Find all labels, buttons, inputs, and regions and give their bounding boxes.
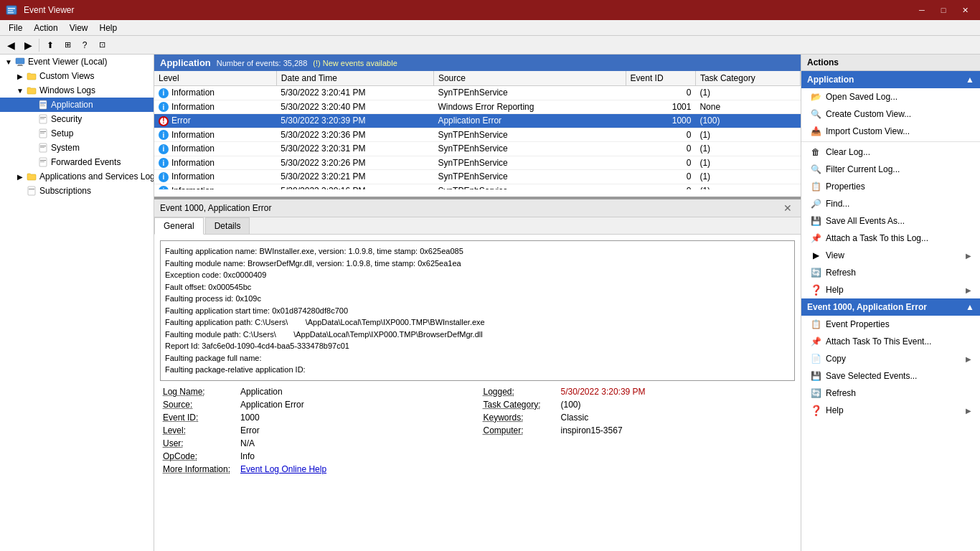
toolbar-up[interactable]: ⬆ [42, 37, 58, 53]
event-table: Level Date and Time Source Event ID Task… [154, 71, 801, 189]
table-row[interactable]: iInformation5/30/2022 3:20:26 PMSynTPEnh… [154, 156, 801, 170]
meta-level-value: Error [240, 425, 260, 435]
app-icon [6, 4, 17, 16]
tree-system[interactable]: System [0, 141, 154, 155]
log-icon-application [37, 99, 49, 110]
tree-windows-logs[interactable]: ▼ Windows Logs [0, 83, 154, 98]
cell-source: SynTPEnhService [433, 128, 626, 142]
col-source[interactable]: Source [433, 71, 626, 86]
toolbar-forward[interactable]: ▶ [20, 37, 36, 53]
action-attach-task[interactable]: 📌 Attach a Task To this Log... [801, 230, 980, 247]
cell-level: iInformation [154, 86, 276, 100]
actions-section-application-label: Application [807, 75, 854, 85]
table-row[interactable]: iInformation5/30/2022 3:20:36 PMSynTPEnh… [154, 128, 801, 142]
col-datetime[interactable]: Date and Time [276, 71, 433, 86]
tree-setup[interactable]: Setup [0, 126, 154, 141]
table-row[interactable]: iInformation5/30/2022 3:20:41 PMSynTPEnh… [154, 86, 801, 100]
col-eventid[interactable]: Event ID [626, 71, 695, 86]
action-find-label: 🔎 Find... [810, 198, 849, 209]
cell-datetime: 5/30/2022 3:20:31 PM [276, 142, 433, 156]
cell-level: iInformation [154, 170, 276, 184]
table-row[interactable]: iInformation5/30/2022 3:20:21 PMSynTPEnh… [154, 170, 801, 184]
action-find[interactable]: 🔎 Find... [801, 195, 980, 212]
tab-general[interactable]: General [154, 217, 204, 235]
meta-user-value: N/A [240, 438, 255, 448]
filter-log-icon: 🔍 [810, 164, 821, 175]
action-help-2[interactable]: ❓ Help ▶ [801, 402, 980, 419]
tree-apps-services[interactable]: ▶ Applications and Services Logs [0, 169, 154, 184]
toolbar-extra[interactable]: ⊡ [94, 37, 110, 53]
cell-taskcategory: (1) [695, 142, 800, 156]
action-event-properties[interactable]: 📋 Event Properties [801, 316, 980, 333]
action-open-saved-log[interactable]: 📂 Open Saved Log... [801, 88, 980, 105]
action-save-all-events[interactable]: 💾 Save All Events As... [801, 212, 980, 230]
table-row[interactable]: iInformation5/30/2022 3:20:16 PMSynTPEnh… [154, 184, 801, 189]
cell-eventid: 0 [626, 86, 695, 100]
tree-root[interactable]: ▼ Event Viewer (Local) [0, 55, 154, 69]
tree-application-label: Application [51, 100, 93, 110]
tree-forwarded-events[interactable]: Forwarded Events [0, 155, 154, 169]
cell-level: iInformation [154, 100, 276, 114]
meta-moreinfo-link[interactable]: Event Log Online Help [240, 464, 326, 474]
tab-details[interactable]: Details [205, 217, 250, 234]
action-properties[interactable]: 📋 Properties [801, 178, 980, 195]
action-clear-log[interactable]: 🗑 Clear Log... [801, 143, 980, 161]
toolbar-help[interactable]: ? [77, 37, 93, 53]
action-create-custom-view[interactable]: 🔍 Create Custom View... [801, 105, 980, 123]
col-level[interactable]: Level [154, 71, 276, 86]
action-refresh-1[interactable]: 🔄 Refresh [801, 264, 980, 281]
table-row[interactable]: !Error5/30/2022 3:20:39 PMApplication Er… [154, 114, 801, 128]
tree-apps-services-toggle[interactable]: ▶ [14, 173, 26, 181]
close-button[interactable]: ✕ [956, 3, 974, 17]
cell-datetime: 5/30/2022 3:20:21 PM [276, 170, 433, 184]
tree-security[interactable]: Security [0, 112, 154, 126]
actions-section-application-collapse[interactable]: ▲ [966, 75, 974, 85]
help-2-arrow: ▶ [966, 407, 971, 415]
meta-keywords-value: Classic [561, 413, 589, 423]
action-filter-log[interactable]: 🔍 Filter Current Log... [801, 161, 980, 178]
action-copy[interactable]: 📄 Copy ▶ [801, 350, 980, 367]
menu-view[interactable]: View [64, 22, 94, 34]
computer-icon [14, 56, 26, 67]
tree-windows-logs-toggle[interactable]: ▼ [14, 87, 26, 95]
action-refresh-2-text: Refresh [826, 388, 856, 398]
meta-computer-label: Computer: [484, 425, 555, 435]
toolbar-back[interactable]: ◀ [3, 37, 19, 53]
maximize-button[interactable]: □ [934, 3, 953, 17]
actions-section-event-collapse[interactable]: ▲ [966, 302, 974, 312]
action-sep-1 [801, 141, 980, 142]
menu-action[interactable]: Action [28, 22, 63, 34]
toolbar-show-hide[interactable]: ⊞ [60, 37, 75, 53]
menu-help[interactable]: Help [94, 22, 123, 34]
action-view-text: View [826, 250, 844, 260]
meta-computer-row: Computer: inspiron15-3567 [484, 425, 793, 435]
tree-custom-views[interactable]: ▶ Custom Views [0, 69, 154, 83]
meta-source-row: Source: Application Error [163, 400, 472, 410]
tree-subscriptions[interactable]: Subscriptions [0, 184, 154, 198]
action-view[interactable]: ▶ View ▶ [801, 247, 980, 264]
action-refresh-2-label: 🔄 Refresh [810, 387, 856, 399]
table-row[interactable]: iInformation5/30/2022 3:20:40 PMWindows … [154, 100, 801, 114]
action-refresh-1-label: 🔄 Refresh [810, 267, 856, 278]
folder-icon-apps [26, 171, 37, 182]
action-refresh-1-text: Refresh [826, 268, 856, 278]
tree-root-toggle[interactable]: ▼ [3, 58, 14, 66]
action-help-1[interactable]: ❓ Help ▶ [801, 281, 980, 298]
title-bar-controls: ─ □ ✕ [913, 3, 974, 17]
menu-file[interactable]: File [3, 22, 28, 34]
tree-application[interactable]: Application [0, 98, 154, 112]
action-save-selected-events[interactable]: 💾 Save Selected Events... [801, 367, 980, 385]
event-detail-close[interactable]: ✕ [781, 202, 795, 214]
action-import-custom-view-text: Import Custom View... [826, 126, 910, 136]
tree-custom-views-toggle[interactable]: ▶ [14, 72, 26, 80]
minimize-button[interactable]: ─ [913, 3, 931, 17]
event-table-container[interactable]: Level Date and Time Source Event ID Task… [154, 71, 801, 189]
action-refresh-2[interactable]: 🔄 Refresh [801, 385, 980, 402]
action-import-custom-view[interactable]: 📥 Import Custom View... [801, 123, 980, 140]
col-task[interactable]: Task Category [695, 71, 800, 86]
cell-source: SynTPEnhService [433, 170, 626, 184]
table-row[interactable]: iInformation5/30/2022 3:20:31 PMSynTPEnh… [154, 142, 801, 156]
action-attach-task-event[interactable]: 📌 Attach Task To This Event... [801, 333, 980, 350]
event-count: Number of events: 35,288 [217, 59, 308, 67]
actions-panel: Actions Application ▲ 📂 Open Saved Log..… [801, 55, 980, 551]
